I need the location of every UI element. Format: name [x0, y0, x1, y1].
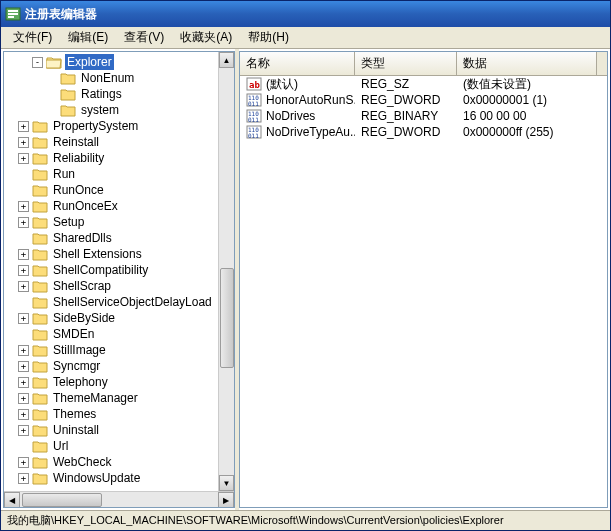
column-name[interactable]: 名称 [240, 52, 355, 75]
tree-expander[interactable]: + [18, 249, 29, 260]
tree-item[interactable]: -Explorer [4, 54, 218, 70]
tree-item[interactable]: +Reinstall [4, 134, 218, 150]
tree-item[interactable]: +WindowsUpdate [4, 470, 218, 486]
menu-edit[interactable]: 编辑(E) [60, 27, 116, 48]
folder-icon [32, 391, 48, 405]
value-row[interactable]: 110011HonorAutoRunS...REG_DWORD0x0000000… [240, 92, 607, 108]
tree-expander[interactable]: + [18, 425, 29, 436]
scroll-left-button[interactable]: ◀ [4, 492, 20, 508]
tree-item[interactable]: Ratings [4, 86, 218, 102]
folder-icon [32, 359, 48, 373]
folder-icon [60, 103, 76, 117]
tree-item[interactable]: +RunOnceEx [4, 198, 218, 214]
svg-rect-1 [8, 10, 18, 12]
folder-icon [32, 199, 48, 213]
tree-item-label: SideBySide [51, 310, 117, 326]
folder-icon [32, 327, 48, 341]
folder-icon [32, 343, 48, 357]
tree-expander[interactable]: + [18, 265, 29, 276]
tree-item[interactable]: +StillImage [4, 342, 218, 358]
menu-favorites[interactable]: 收藏夹(A) [172, 27, 240, 48]
tree-expander[interactable]: + [18, 121, 29, 132]
tree-item[interactable]: ShellServiceObjectDelayLoad [4, 294, 218, 310]
folder-icon [32, 439, 48, 453]
tree-item[interactable]: SharedDlls [4, 230, 218, 246]
tree-item-label: Setup [51, 214, 86, 230]
tree-expander[interactable]: + [18, 361, 29, 372]
menu-view[interactable]: 查看(V) [116, 27, 172, 48]
folder-icon [32, 471, 48, 485]
menu-file[interactable]: 文件(F) [5, 27, 60, 48]
tree-expander[interactable]: + [18, 153, 29, 164]
tree-item[interactable]: +ThemeManager [4, 390, 218, 406]
tree-item[interactable]: +PropertySystem [4, 118, 218, 134]
values-list[interactable]: ab(默认)REG_SZ(数值未设置)110011HonorAutoRunS..… [240, 76, 607, 507]
tree-item[interactable]: +Setup [4, 214, 218, 230]
tree-item[interactable]: SMDEn [4, 326, 218, 342]
tree-item-label: ShellScrap [51, 278, 113, 294]
tree-item[interactable]: +WebCheck [4, 454, 218, 470]
scroll-right-button[interactable]: ▶ [218, 492, 234, 508]
tree-item-label: Run [51, 166, 77, 182]
tree-item-label: Telephony [51, 374, 110, 390]
column-data[interactable]: 数据 [457, 52, 597, 75]
app-icon [5, 6, 21, 22]
tree-item[interactable]: +Uninstall [4, 422, 218, 438]
tree-item[interactable]: NonEnum [4, 70, 218, 86]
tree-expander[interactable]: + [18, 313, 29, 324]
tree-item[interactable]: +ShellScrap [4, 278, 218, 294]
tree-expander[interactable]: + [18, 377, 29, 388]
tree-item[interactable]: +SideBySide [4, 310, 218, 326]
svg-rect-2 [8, 13, 18, 15]
tree-item[interactable]: system [4, 102, 218, 118]
scroll-track[interactable] [20, 492, 218, 507]
tree-horizontal-scrollbar[interactable]: ◀ ▶ [4, 491, 234, 507]
tree-expander[interactable]: - [32, 57, 43, 68]
folder-icon [32, 423, 48, 437]
tree-expander[interactable]: + [18, 409, 29, 420]
list-header: 名称 类型 数据 [240, 52, 607, 76]
tree-vertical-scrollbar[interactable]: ▲ ▼ [218, 52, 234, 491]
folder-icon [46, 55, 62, 69]
value-data: 0x00000001 (1) [463, 93, 547, 107]
tree-item-label: Shell Extensions [51, 246, 144, 262]
tree-item[interactable]: RunOnce [4, 182, 218, 198]
tree-item[interactable]: +Shell Extensions [4, 246, 218, 262]
titlebar[interactable]: 注册表编辑器 [1, 1, 610, 27]
tree-expander[interactable]: + [18, 281, 29, 292]
tree-item[interactable]: +Reliability [4, 150, 218, 166]
tree-expander[interactable]: + [18, 473, 29, 484]
tree-expander[interactable]: + [18, 345, 29, 356]
tree-item-label: StillImage [51, 342, 108, 358]
scroll-up-button[interactable]: ▲ [219, 52, 234, 68]
tree-expander[interactable]: + [18, 217, 29, 228]
tree-item-label: ShellServiceObjectDelayLoad [51, 294, 214, 310]
menu-help[interactable]: 帮助(H) [240, 27, 297, 48]
tree-expander[interactable]: + [18, 393, 29, 404]
tree-item-label: RunOnce [51, 182, 106, 198]
binary-value-icon: 110011 [246, 92, 262, 108]
tree-item[interactable]: +Themes [4, 406, 218, 422]
scroll-thumb[interactable] [22, 493, 102, 507]
value-row[interactable]: 110011NoDrivesREG_BINARY16 00 00 00 [240, 108, 607, 124]
window-title: 注册表编辑器 [25, 6, 606, 23]
value-type: REG_SZ [361, 77, 409, 91]
value-row[interactable]: 110011NoDriveTypeAu...REG_DWORD0x000000f… [240, 124, 607, 140]
tree-item[interactable]: +Syncmgr [4, 358, 218, 374]
scroll-down-button[interactable]: ▼ [219, 475, 234, 491]
folder-icon [32, 167, 48, 181]
column-type[interactable]: 类型 [355, 52, 457, 75]
scroll-thumb[interactable] [220, 268, 234, 368]
folder-icon [32, 215, 48, 229]
tree-item[interactable]: Url [4, 438, 218, 454]
tree-item[interactable]: +ShellCompatibility [4, 262, 218, 278]
tree-item[interactable]: Run [4, 166, 218, 182]
scroll-track[interactable] [219, 68, 234, 475]
value-row[interactable]: ab(默认)REG_SZ(数值未设置) [240, 76, 607, 92]
registry-tree[interactable]: -ExplorerNonEnumRatingssystem+PropertySy… [4, 52, 218, 488]
tree-expander[interactable]: + [18, 201, 29, 212]
folder-icon [32, 247, 48, 261]
tree-expander[interactable]: + [18, 137, 29, 148]
tree-item[interactable]: +Telephony [4, 374, 218, 390]
tree-expander[interactable]: + [18, 457, 29, 468]
